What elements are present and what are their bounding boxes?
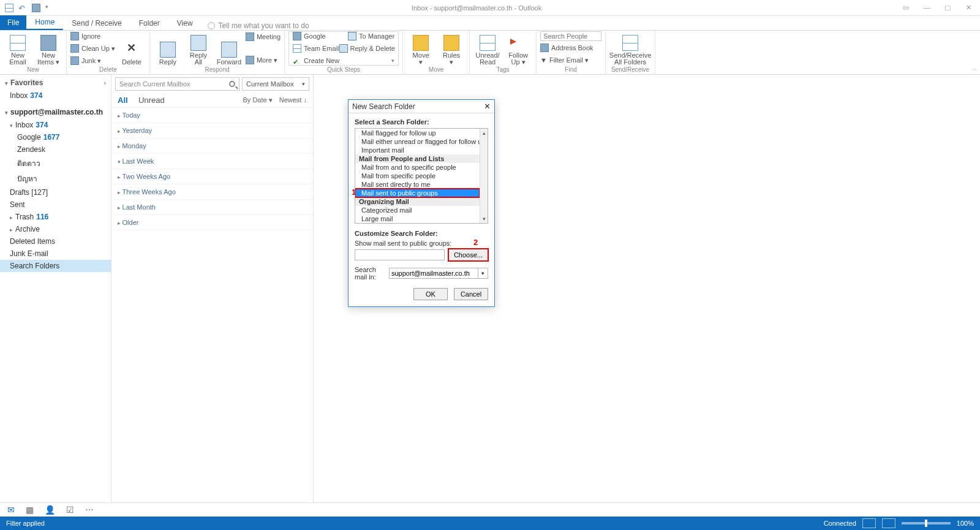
collapse-pane-icon[interactable]: ‹ xyxy=(104,80,106,86)
ignore-button[interactable]: Ignore xyxy=(70,31,115,42)
mail-view-icon[interactable]: ✉ xyxy=(7,505,15,515)
more-views-icon[interactable]: ⋯ xyxy=(85,505,94,515)
quickstep-to-manager[interactable]: To Manager xyxy=(348,31,394,42)
scroll-down-icon[interactable]: ▾ xyxy=(480,214,488,223)
ok-button[interactable]: OK xyxy=(413,288,448,300)
tab-folder[interactable]: Folder xyxy=(130,17,168,30)
collapse-ribbon-icon[interactable]: ︿ xyxy=(971,64,978,73)
search-in-dropdown[interactable] xyxy=(389,268,478,279)
delete-button[interactable]: ✕Delete xyxy=(118,31,146,66)
fav-inbox[interactable]: Inbox374 xyxy=(0,89,111,102)
search-icon[interactable] xyxy=(229,81,235,87)
move-button[interactable]: Move ▾ xyxy=(407,31,435,66)
nav-drafts[interactable]: Drafts [127] xyxy=(0,186,111,199)
new-items-button[interactable]: New Items ▾ xyxy=(34,31,62,66)
filter-email-button[interactable]: ▼Filter Email ▾ xyxy=(540,55,601,66)
follow-up-button[interactable]: Follow Up ▾ xyxy=(504,31,532,66)
sort-newest[interactable]: Newest ↓ xyxy=(279,96,307,104)
tell-me-search[interactable]: Tell me what you want to do xyxy=(208,21,309,30)
tasks-view-icon[interactable]: ☑ xyxy=(66,505,74,515)
list-option[interactable]: Mail either unread or flagged for follow… xyxy=(355,137,480,146)
undo-icon[interactable]: ↶ xyxy=(18,4,27,12)
search-people-input[interactable] xyxy=(540,31,601,41)
view-normal-button[interactable] xyxy=(862,518,876,528)
quickstep-team-email[interactable]: Team Email xyxy=(293,43,339,54)
search-mailbox-input[interactable]: Search Current Mailbox xyxy=(115,77,239,91)
tab-file[interactable]: File xyxy=(0,15,26,30)
listbox-scrollbar[interactable]: ▴ ▾ xyxy=(480,129,488,223)
save-icon[interactable] xyxy=(5,4,13,12)
dropdown-chevron-icon[interactable]: ▾ xyxy=(478,268,488,279)
tab-send-receive[interactable]: Send / Receive xyxy=(63,17,130,30)
qat-item-icon[interactable] xyxy=(32,4,40,12)
list-option[interactable]: Mail from specific people xyxy=(355,172,480,180)
date-group[interactable]: Three Weeks Ago xyxy=(111,184,313,200)
tab-home[interactable]: Home xyxy=(26,15,63,30)
account-header[interactable]: support@mailmaster.co.th xyxy=(0,102,111,119)
maximize-button[interactable]: ▢ xyxy=(942,4,953,12)
nav-junk[interactable]: Junk E-mail xyxy=(0,248,111,260)
rules-button[interactable]: Rules ▾ xyxy=(437,31,466,66)
favorites-header[interactable]: Favorites ‹ xyxy=(0,75,111,89)
choose-button[interactable]: Choose... xyxy=(448,249,488,261)
quickstep-create-new[interactable]: ✔Create New xyxy=(293,55,339,66)
close-button[interactable]: ✕ xyxy=(963,4,974,12)
quickstep-reply-delete[interactable]: Reply & Delete xyxy=(339,43,395,54)
cancel-button[interactable]: Cancel xyxy=(454,288,488,300)
view-reading-button[interactable] xyxy=(882,518,895,528)
nav-trash[interactable]: Trash116 xyxy=(0,211,111,223)
date-group[interactable]: Two Weeks Ago xyxy=(111,169,313,184)
nav-thai-2[interactable]: ปัญหา xyxy=(0,171,111,186)
dialog-close-button[interactable]: ✕ xyxy=(484,102,491,111)
list-option[interactable]: Large mail xyxy=(355,214,480,223)
nav-zendesk[interactable]: Zendesk xyxy=(0,143,111,156)
more-respond-button[interactable]: More ▾ xyxy=(246,55,281,66)
filter-unread[interactable]: Unread xyxy=(138,96,165,105)
list-option[interactable]: Mail sent directly to me xyxy=(355,180,480,189)
list-option[interactable]: Important mail xyxy=(355,146,480,154)
list-option[interactable]: Mail flagged for follow up xyxy=(355,129,480,137)
date-group[interactable]: Yesterday xyxy=(111,123,313,138)
search-folder-listbox[interactable]: Mail flagged for follow upMail either un… xyxy=(355,128,488,224)
meeting-button[interactable]: Meeting xyxy=(246,31,281,42)
qat-dropdown-icon[interactable]: ▾ xyxy=(45,4,54,12)
list-option[interactable]: Categorized mail xyxy=(355,206,480,214)
nav-sent[interactable]: Sent xyxy=(0,199,111,211)
forward-button[interactable]: Forward xyxy=(215,31,243,66)
people-view-icon[interactable]: 👤 xyxy=(45,505,55,515)
quickstep-more[interactable]: ▾ xyxy=(391,55,394,66)
date-group[interactable]: Last Month xyxy=(111,200,313,215)
junk-button[interactable]: Junk ▾ xyxy=(70,55,115,66)
nav-archive[interactable]: Archive xyxy=(0,223,111,235)
date-group[interactable]: Last Week xyxy=(111,154,313,169)
nav-search-folders[interactable]: Search Folders xyxy=(0,260,111,272)
reply-button[interactable]: Reply xyxy=(154,31,182,66)
filter-all[interactable]: All xyxy=(118,96,128,105)
quickstep-google[interactable]: Google xyxy=(293,31,325,42)
sort-by-date[interactable]: By Date ▾ xyxy=(243,96,273,104)
nav-google[interactable]: Google1677 xyxy=(0,131,111,143)
date-group[interactable]: Older xyxy=(111,215,313,230)
nav-deleted[interactable]: Deleted Items xyxy=(0,235,111,248)
scroll-up-icon[interactable]: ▴ xyxy=(480,129,488,137)
search-scope-dropdown[interactable]: Current Mailbox ▾ xyxy=(242,77,309,91)
list-option-selected[interactable]: Mail sent to public groups xyxy=(355,189,480,197)
ribbon-options-icon[interactable]: ▭ xyxy=(900,4,911,12)
date-group[interactable]: Monday xyxy=(111,138,313,154)
date-group[interactable]: Today xyxy=(111,108,313,123)
new-email-button[interactable]: New Email xyxy=(4,31,32,66)
address-book-button[interactable]: Address Book xyxy=(540,42,601,53)
reply-all-button[interactable]: Reply All xyxy=(184,31,213,66)
nav-thai-1[interactable]: ติดตาว xyxy=(0,156,111,171)
send-receive-all-button[interactable]: Send/Receive All Folders xyxy=(609,31,651,66)
public-groups-input[interactable] xyxy=(355,249,445,260)
list-option[interactable]: Mail from and to specific people xyxy=(355,163,480,172)
quick-access-toolbar: ↶ ▾ xyxy=(0,4,59,12)
unread-read-button[interactable]: Unread/ Read xyxy=(473,31,502,66)
cleanup-button[interactable]: Clean Up ▾ xyxy=(70,43,115,54)
nav-inbox[interactable]: Inbox374 xyxy=(0,119,111,131)
zoom-slider[interactable] xyxy=(902,522,951,524)
minimize-button[interactable]: — xyxy=(921,4,932,12)
tab-view[interactable]: View xyxy=(168,17,202,30)
calendar-view-icon[interactable]: ▦ xyxy=(26,505,34,515)
